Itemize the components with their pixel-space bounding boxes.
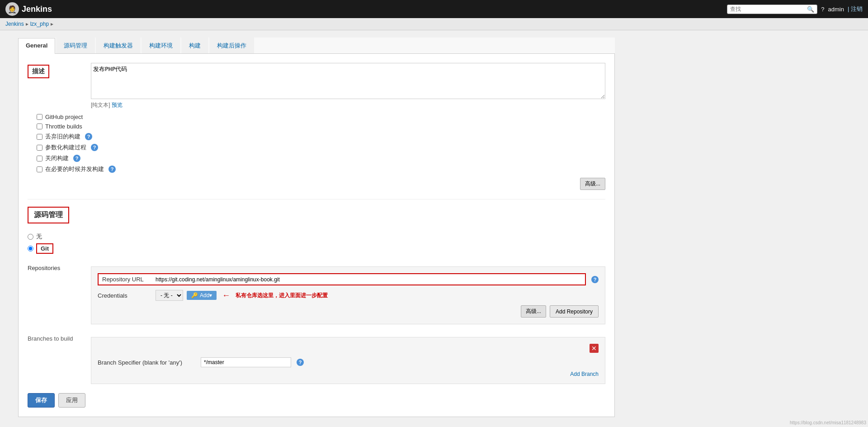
radio-git-label: Git <box>36 243 53 254</box>
checkbox-github-project[interactable] <box>37 114 42 120</box>
branches-title: Branches to build <box>28 331 91 384</box>
checkbox-concurrent: 在必要的时候并发构建 ? <box>37 165 605 173</box>
add-branch-link[interactable]: Add Branch <box>98 371 599 377</box>
search-input[interactable] <box>730 6 807 12</box>
save-button[interactable]: 保存 <box>28 393 55 408</box>
label-parameterize: 参数化构建过程 <box>45 143 86 152</box>
header-left: 🤵 Jenkins <box>5 2 52 16</box>
help-icon-concurrent[interactable]: ? <box>108 166 116 173</box>
radio-none[interactable] <box>28 234 33 240</box>
search-box[interactable]: 🔍 <box>727 5 817 14</box>
radio-git[interactable] <box>28 246 33 251</box>
repositories-wrapper: Repositories Repository URL ? Credential… <box>28 260 605 324</box>
jenkins-logo: 🤵 Jenkins <box>5 2 52 16</box>
label-throttle: Throttle builds <box>45 123 82 130</box>
radio-git-row: Git <box>28 243 605 254</box>
scm-title: 源码管理 <box>28 207 69 223</box>
branch-specifier-label: Branch Specifier (blank for 'any') <box>98 359 197 366</box>
checkbox-discard: 丢弃旧的构建 ? <box>37 133 605 141</box>
checkbox-discard-old[interactable] <box>37 134 42 140</box>
help-icon-disable[interactable]: ? <box>73 155 80 162</box>
help-icon-branch[interactable]: ? <box>297 359 304 366</box>
header: 🤵 Jenkins 🔍 ? admin | 注销 <box>0 0 868 18</box>
breadcrumb-project[interactable]: lzx_php <box>30 21 49 27</box>
repo-url-container: Repository URL <box>98 273 586 285</box>
credentials-label: Credentials <box>98 292 152 299</box>
radio-none-row: 无 <box>28 232 605 241</box>
branch-specifier-input[interactable] <box>201 357 291 367</box>
checkbox-github: GitHub project <box>37 114 605 120</box>
description-label: 描述 <box>28 65 49 78</box>
description-section: 描述 发布PHP代码 [纯文本] 预览 GitHub project <box>28 63 605 190</box>
checkbox-parameterize: 参数化构建过程 ? <box>37 143 605 152</box>
repositories-section: Repository URL ? Credentials - 无 - 🔑 <box>91 266 605 324</box>
bottom-actions: 保存 应用 <box>28 393 605 408</box>
plain-text-label: [纯文本] <box>91 102 110 108</box>
tab-env[interactable]: 构建环境 <box>142 38 180 53</box>
config-panel: 描述 发布PHP代码 [纯文本] 预览 GitHub project <box>18 54 615 417</box>
apply-button[interactable]: 应用 <box>58 393 85 408</box>
tab-post-build[interactable]: 构建后操作 <box>209 38 254 53</box>
watermark: https://blog.csdn.net/misa1181248983 <box>790 420 866 424</box>
help-icon-param[interactable]: ? <box>91 144 98 151</box>
add-btn-label: Add▾ <box>200 292 212 299</box>
repo-url-input[interactable] <box>156 276 581 283</box>
branches-header: ✕ <box>98 344 599 353</box>
annotation-text: 私有仓库选这里，进入里面进一步配置 <box>236 292 328 299</box>
add-repository-button[interactable]: Add Repository <box>550 305 599 318</box>
search-icon: 🔍 <box>807 6 814 13</box>
jenkins-icon: 🤵 <box>5 2 19 16</box>
tab-general[interactable]: General <box>18 38 55 54</box>
description-label-wrapper: 描述 <box>28 63 91 84</box>
preview-link[interactable]: 预览 <box>112 102 123 108</box>
branch-row: Branch Specifier (blank for 'any') ? <box>98 357 599 367</box>
credentials-row: Credentials - 无 - 🔑 Add▾ ← 私有仓库选这里，进入里面进… <box>98 290 599 301</box>
tab-scm[interactable]: 源码管理 <box>56 38 95 53</box>
label-github: GitHub project <box>45 114 83 120</box>
repo-advanced-button[interactable]: 高级... <box>521 305 546 318</box>
breadcrumb-sep2: ▸ <box>51 21 53 27</box>
branches-wrapper: Branches to build ✕ Branch Specifier (bl… <box>28 331 605 384</box>
branches-section: ✕ Branch Specifier (blank for 'any') ? A… <box>91 337 605 384</box>
header-right: 🔍 ? admin | 注销 <box>727 5 863 14</box>
arrow-icon: ← <box>222 291 230 300</box>
tab-triggers[interactable]: 构建触发器 <box>96 38 141 53</box>
repo-url-label: Repository URL <box>102 276 152 283</box>
checkboxes-area: GitHub project Throttle builds 丢弃旧的构建 ? … <box>37 114 605 173</box>
help-icon-discard[interactable]: ? <box>85 133 92 140</box>
logout-link[interactable]: | 注销 <box>848 5 863 13</box>
header-user: admin <box>828 6 844 13</box>
advanced-btn-row: 高级... <box>28 178 605 190</box>
breadcrumb-sep1: ▸ <box>26 21 28 27</box>
tab-build[interactable]: 构建 <box>181 38 208 53</box>
breadcrumb: Jenkins ▸ lzx_php ▸ <box>0 18 868 30</box>
add-credentials-button[interactable]: 🔑 Add▾ <box>187 291 217 300</box>
jenkins-title: Jenkins <box>22 5 52 14</box>
main-content: General 源码管理 构建触发器 构建环境 构建 构建后操作 描述 发布PH… <box>0 30 633 424</box>
radio-none-label: 无 <box>36 232 42 241</box>
label-discard: 丢弃旧的构建 <box>45 133 80 141</box>
checkbox-disable-input[interactable] <box>37 156 42 161</box>
credentials-select[interactable]: - 无 - <box>156 290 183 301</box>
add-icon: 🔑 <box>191 292 198 299</box>
checkbox-disable: 关闭构建 ? <box>37 154 605 162</box>
repo-actions: 高级... Add Repository <box>98 305 599 318</box>
label-concurrent: 在必要的时候并发构建 <box>45 165 104 173</box>
close-branch-button[interactable]: ✕ <box>590 344 599 353</box>
checkbox-throttle: Throttle builds <box>37 123 605 130</box>
advanced-button[interactable]: 高级... <box>580 178 605 190</box>
label-disable: 关闭构建 <box>45 154 69 162</box>
checkbox-throttle-builds[interactable] <box>37 123 42 129</box>
checkbox-concurrent-input[interactable] <box>37 166 42 172</box>
tabs: General 源码管理 构建触发器 构建环境 构建 构建后操作 <box>18 38 615 54</box>
preview-link-row: [纯文本] 预览 <box>91 101 605 109</box>
breadcrumb-jenkins[interactable]: Jenkins <box>5 21 24 27</box>
repositories-label: Repositories <box>28 260 91 324</box>
description-textarea[interactable]: 发布PHP代码 <box>91 63 605 99</box>
repo-url-row: Repository URL ? <box>98 273 599 285</box>
help-icon-repo-url[interactable]: ? <box>591 276 599 283</box>
description-row: 描述 发布PHP代码 [纯文本] 预览 <box>28 63 605 109</box>
description-control: 发布PHP代码 [纯文本] 预览 <box>91 63 605 109</box>
checkbox-parameterize-input[interactable] <box>37 145 42 151</box>
help-icon[interactable]: ? <box>821 6 824 13</box>
